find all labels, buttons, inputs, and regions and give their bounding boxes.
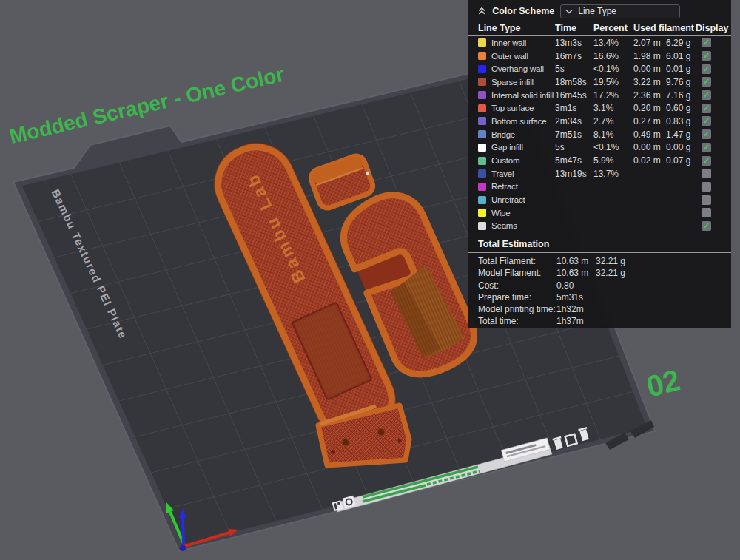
line-type-label: Outer wall: [491, 52, 555, 61]
dropdown-value: Line Type: [578, 6, 616, 16]
display-checkbox[interactable]: [702, 169, 711, 178]
line-type-color-swatch: [478, 117, 486, 125]
line-type-used-grams: 0.00 g: [666, 142, 696, 152]
display-checkbox[interactable]: ✓: [702, 38, 711, 47]
line-type-row: Sparse infill 18m58s 19.5% 3.22 m 9.76 g…: [468, 75, 731, 89]
line-type-row: Overhang wall 5s <0.1% 0.00 m 0.01 g ✓: [468, 62, 731, 75]
line-type-time: 5s: [555, 142, 593, 152]
line-type-label: Unretract: [491, 195, 555, 204]
col-line-type: Line Type: [478, 23, 555, 33]
col-time: Time: [555, 23, 593, 33]
line-type-label: Gap infill: [491, 143, 555, 152]
total-estimation-title: Total Estimation: [468, 239, 731, 249]
line-type-used-meters: 0.27 m: [633, 116, 666, 126]
line-type-used-meters: 0.49 m: [633, 129, 666, 140]
table-column-headers: Line Type Time Percent Used filament Dis…: [468, 21, 731, 36]
line-type-row: Top surface 3m1s 3.1% 0.20 m 0.60 g ✓: [468, 101, 731, 115]
line-type-label: Custom: [491, 156, 555, 165]
line-type-percent: 13.7%: [593, 169, 633, 179]
line-type-used-grams: 0.07 g: [666, 155, 696, 166]
total-estimation-row: Cost: 0.80: [468, 280, 731, 291]
total-estimation-row: Model printing time: 1h32m: [468, 303, 731, 315]
line-type-used-grams: 6.01 g: [666, 51, 696, 61]
estimation-value-2: 32.21 g: [596, 256, 731, 266]
line-type-used-grams: 7.16 g: [666, 90, 696, 101]
display-checkbox[interactable]: ✓: [702, 77, 711, 87]
line-type-label: Inner wall: [491, 38, 555, 47]
line-type-used-grams: 0.01 g: [666, 64, 696, 74]
display-checkbox[interactable]: [702, 195, 711, 205]
estimation-value-1: 5m31s: [556, 292, 596, 303]
line-type-label: Bottom surface: [491, 117, 555, 126]
line-type-used-grams: 1.47 g: [666, 129, 696, 140]
line-type-color-swatch: [478, 78, 486, 86]
line-type-row: Unretract: [468, 193, 731, 206]
line-type-time: 5s: [555, 64, 593, 74]
display-checkbox[interactable]: ✓: [702, 104, 711, 113]
total-estimation-table: Total Filament: 10.63 m 32.21 g Model Fi…: [468, 253, 731, 327]
line-type-label: Bridge: [491, 130, 555, 139]
line-type-color-swatch: [478, 169, 486, 178]
line-type-used-meters: 0.02 m: [633, 155, 666, 166]
line-type-row: Retract: [468, 181, 731, 194]
display-checkbox[interactable]: [702, 182, 711, 192]
display-checkbox[interactable]: ✓: [702, 90, 711, 100]
line-type-time: 18m58s: [555, 77, 593, 87]
line-type-color-swatch: [478, 91, 486, 99]
seam-dot: [366, 172, 369, 175]
line-type-time: 13m3s: [555, 38, 593, 48]
line-type-row: Gap infill 5s <0.1% 0.00 m 0.00 g ✓: [468, 141, 731, 155]
line-type-time: 13m19s: [555, 169, 593, 179]
line-type-color-swatch: [478, 144, 486, 152]
line-type-used-meters: 1.98 m: [633, 51, 666, 61]
line-type-percent: 8.1%: [593, 129, 633, 140]
display-checkbox[interactable]: ✓: [702, 129, 711, 139]
line-type-color-swatch: [478, 183, 486, 191]
line-type-row: Bridge 7m51s 8.1% 0.49 m 1.47 g ✓: [468, 128, 731, 141]
display-checkbox[interactable]: ✓: [702, 156, 711, 166]
line-type-used-meters: 2.07 m: [633, 38, 666, 48]
estimation-label: Cost:: [478, 280, 556, 291]
col-display: Display: [696, 23, 730, 33]
panel-title: Color Scheme: [492, 6, 554, 16]
estimation-label: Model Filament:: [478, 268, 556, 278]
line-type-row: Travel 13m19s 13.7%: [468, 167, 731, 181]
display-checkbox[interactable]: ✓: [702, 221, 711, 231]
display-checkbox[interactable]: ✓: [702, 143, 711, 152]
line-type-time: 7m51s: [555, 129, 593, 140]
display-checkbox[interactable]: ✓: [702, 64, 711, 74]
estimation-label: Total time:: [478, 316, 556, 326]
line-type-percent: 2.7%: [593, 116, 633, 126]
line-type-label: Internal solid infill: [491, 91, 555, 100]
total-estimation-row: Model Filament: 10.63 m 32.21 g: [468, 267, 731, 279]
total-estimation-row: Total time: 1h37m: [468, 315, 731, 327]
line-type-row: Internal solid infill 16m45s 17.2% 2.36 …: [468, 89, 731, 102]
line-type-time: 3m1s: [555, 103, 593, 113]
line-type-used-grams: 0.60 g: [666, 103, 696, 113]
collapse-chevrons-icon[interactable]: [477, 7, 486, 16]
total-estimation-row: Total Filament: 10.63 m 32.21 g: [468, 255, 731, 267]
line-type-color-swatch: [478, 196, 486, 204]
display-checkbox[interactable]: ✓: [702, 51, 711, 61]
slicer-preview-window: Bambu Lab Modded Scraper - One Color 02 …: [0, 0, 740, 560]
line-type-row: Custom 5m47s 5.9% 0.02 m 0.07 g ✓: [468, 154, 731, 167]
line-type-color-swatch: [478, 157, 486, 165]
line-type-color-swatch: [478, 52, 486, 60]
line-type-used-meters: 3.22 m: [633, 77, 666, 87]
line-type-label: Seams: [491, 221, 555, 230]
line-type-color-swatch: [478, 65, 486, 73]
line-type-percent: 16.6%: [593, 51, 633, 61]
line-type-time: 16m45s: [555, 90, 593, 101]
display-checkbox[interactable]: [702, 208, 711, 217]
line-type-label: Sparse infill: [491, 78, 555, 87]
display-checkbox[interactable]: ✓: [702, 116, 711, 126]
line-type-used-meters: 0.00 m: [633, 142, 666, 152]
color-scheme-dropdown[interactable]: Line Type: [560, 4, 680, 18]
line-type-color-swatch: [478, 104, 486, 112]
line-type-row: Seams ✓: [468, 220, 731, 233]
line-type-time: 16m7s: [555, 51, 593, 61]
line-type-table: Inner wall 13m3s 13.4% 2.07 m 6.29 g ✓ O…: [468, 36, 731, 232]
line-type-row: Inner wall 13m3s 13.4% 2.07 m 6.29 g ✓: [468, 36, 731, 50]
color-scheme-panel: Color Scheme Line Type Line Type Time Pe…: [468, 0, 731, 328]
estimation-value-1: 1h37m: [556, 316, 596, 326]
